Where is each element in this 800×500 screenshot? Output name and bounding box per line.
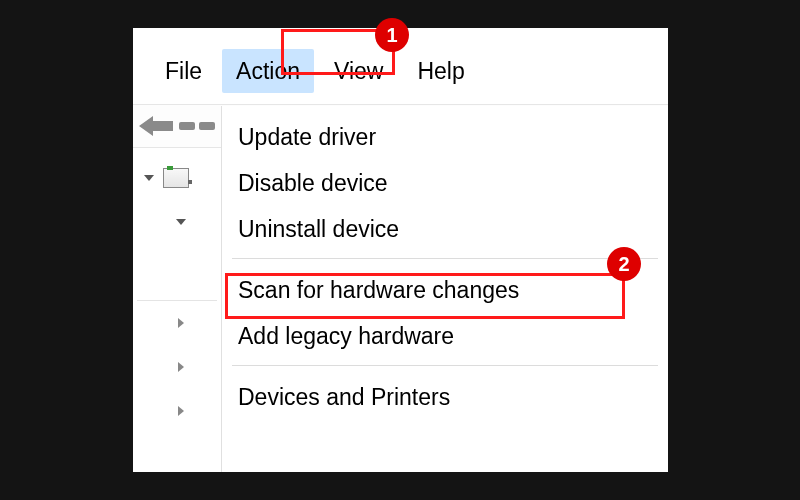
- toolbar-segment-icon: [179, 122, 195, 130]
- device-tree: [133, 156, 221, 472]
- chevron-right-icon: [173, 315, 189, 331]
- menu-devices-and-printers[interactable]: Devices and Printers: [222, 374, 668, 420]
- chevron-right-icon: [173, 359, 189, 375]
- menu-separator: [232, 365, 658, 366]
- menu-file[interactable]: File: [151, 49, 216, 93]
- tree-collapsed-item[interactable]: [133, 301, 221, 345]
- svg-marker-0: [139, 116, 173, 136]
- action-dropdown-menu: Update driver Disable device Uninstall d…: [221, 106, 668, 472]
- back-arrow-icon[interactable]: [139, 114, 173, 138]
- menu-disable-device[interactable]: Disable device: [222, 160, 668, 206]
- menu-scan-hardware-changes[interactable]: Scan for hardware changes: [222, 267, 668, 313]
- menu-view[interactable]: View: [320, 49, 397, 93]
- menu-action[interactable]: Action: [222, 49, 314, 93]
- menu-bar: File Action View Help: [133, 46, 668, 96]
- tree-separator: [137, 244, 217, 301]
- menu-add-legacy-hardware[interactable]: Add legacy hardware: [222, 313, 668, 359]
- device-manager-window: File Action View Help 1: [133, 28, 668, 472]
- tree-root-item[interactable]: [133, 156, 221, 200]
- toolbar-segment-icon: [199, 122, 215, 130]
- menu-uninstall-device[interactable]: Uninstall device: [222, 206, 668, 252]
- chevron-down-icon: [141, 170, 157, 186]
- tree-child-item[interactable]: [133, 200, 221, 244]
- menu-help[interactable]: Help: [403, 49, 478, 93]
- computer-icon: [163, 168, 189, 188]
- menu-separator: [232, 258, 658, 259]
- chevron-right-icon: [173, 403, 189, 419]
- tree-collapsed-item[interactable]: [133, 389, 221, 433]
- chevron-down-icon: [173, 214, 189, 230]
- tree-collapsed-item[interactable]: [133, 345, 221, 389]
- menu-update-driver[interactable]: Update driver: [222, 114, 668, 160]
